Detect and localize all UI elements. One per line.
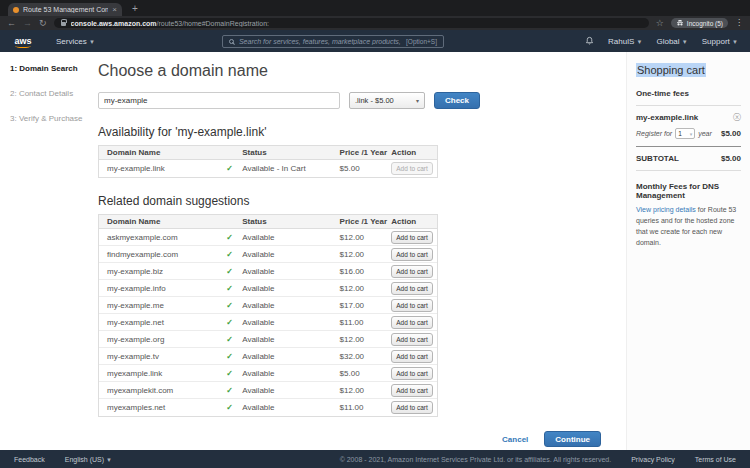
action-cell: Add to cart bbox=[391, 401, 437, 414]
language-selector[interactable]: English (US) ▼ bbox=[65, 456, 112, 463]
url-path: /route53/home#DomainRegistration: bbox=[157, 20, 269, 27]
status-cell: Available bbox=[242, 403, 339, 412]
page-body: 1: Domain Search 2: Contact Details 3: V… bbox=[0, 52, 750, 450]
suggestions-heading: Related domain suggestions bbox=[98, 194, 626, 208]
status-cell: Available bbox=[242, 352, 339, 361]
col-status: Status bbox=[242, 148, 339, 157]
col-status: Status bbox=[242, 217, 339, 226]
table-row: myexamplekit.com ✓ Available $12.00 Add … bbox=[99, 382, 437, 399]
domain-name-cell: my-example.net bbox=[99, 318, 226, 327]
view-pricing-details-link[interactable]: View pricing details bbox=[636, 206, 696, 213]
years-value: 1 bbox=[678, 130, 682, 137]
table-row: my-example.info ✓ Available $12.00 Add t… bbox=[99, 280, 437, 297]
console-footer: Feedback English (US) ▼ © 2008 - 2021, A… bbox=[0, 450, 750, 468]
incognito-label: Incognito (5) bbox=[687, 20, 723, 27]
cancel-button[interactable]: Cancel bbox=[502, 435, 528, 444]
remove-item-icon[interactable]: ⓧ bbox=[733, 114, 741, 122]
available-check-icon: ✓ bbox=[226, 352, 242, 361]
check-button[interactable]: Check bbox=[434, 92, 480, 109]
url-domain: console.aws.amazon.com bbox=[71, 20, 157, 27]
years-select[interactable]: 1▾ bbox=[675, 128, 695, 139]
divider bbox=[636, 146, 741, 147]
add-to-cart-button[interactable]: Add to cart bbox=[391, 265, 432, 278]
privacy-policy-link[interactable]: Privacy Policy bbox=[631, 456, 675, 463]
address-bar[interactable]: console.aws.amazon.com/route53/home#Doma… bbox=[54, 18, 649, 28]
domain-name-cell: askmyexample.com bbox=[99, 233, 226, 242]
lock-icon bbox=[61, 22, 66, 26]
bookmark-star-icon[interactable]: ☆ bbox=[656, 19, 664, 28]
available-check-icon: ✓ bbox=[226, 164, 242, 173]
dns-pricing-note: View pricing details for Route 53 querie… bbox=[636, 205, 741, 248]
new-tab-button[interactable]: + bbox=[132, 4, 138, 14]
price-cell: $12.00 bbox=[340, 233, 392, 242]
add-to-cart-button[interactable]: Add to cart bbox=[391, 248, 432, 261]
account-menu[interactable]: RahulS ▼ bbox=[608, 37, 642, 46]
status-cell: Available bbox=[242, 335, 339, 344]
price-cell: $5.00 bbox=[340, 369, 392, 378]
add-to-cart-button[interactable]: Add to cart bbox=[391, 350, 432, 363]
domain-search-input[interactable] bbox=[98, 92, 340, 109]
browser-toolbar: ← → ↻ console.aws.amazon.com/route53/hom… bbox=[0, 16, 750, 30]
cart-item-domain: my-example.link bbox=[636, 113, 698, 122]
action-cell: Add to cart bbox=[391, 333, 437, 346]
add-to-cart-button[interactable]: Add to cart bbox=[391, 333, 432, 346]
price-cell: $32.00 bbox=[340, 352, 392, 361]
add-to-cart-button[interactable]: Add to cart bbox=[391, 316, 432, 329]
add-to-cart-button[interactable]: Add to cart bbox=[391, 401, 432, 414]
terms-of-use-link[interactable]: Terms of Use bbox=[695, 456, 736, 463]
status-cell: Available bbox=[242, 284, 339, 293]
page-title: Choose a domain name bbox=[98, 62, 626, 80]
status-cell: Available bbox=[242, 267, 339, 276]
step-domain-search: 1: Domain Search bbox=[10, 64, 88, 73]
continue-button[interactable]: Continue bbox=[544, 431, 601, 447]
register-duration-row: Register for 1▾ year $5.00 bbox=[636, 128, 741, 139]
incognito-icon bbox=[676, 19, 684, 27]
tld-selected-option: .link - $5.00 bbox=[355, 96, 394, 105]
col-action: Action bbox=[391, 148, 437, 157]
action-cell: Add to cart bbox=[391, 350, 437, 363]
tld-select[interactable]: .link - $5.00 ▾ bbox=[349, 92, 425, 109]
search-shortcut-hint: [Option+S] bbox=[406, 38, 437, 45]
refresh-icon[interactable]: ↻ bbox=[39, 19, 47, 28]
notifications-bell-icon[interactable] bbox=[585, 36, 594, 46]
monthly-fees-heading: Monthly Fees for DNS Management bbox=[636, 182, 741, 200]
browser-tab[interactable]: Route 53 Management Conso × bbox=[8, 3, 122, 16]
col-domain-name: Domain Name bbox=[99, 148, 242, 157]
feedback-link[interactable]: Feedback bbox=[14, 456, 45, 463]
col-price: Price /1 Year bbox=[340, 217, 392, 226]
region-menu[interactable]: Global ▼ bbox=[656, 37, 687, 46]
services-label: Services bbox=[56, 37, 87, 46]
add-to-cart-button[interactable]: Add to cart bbox=[391, 299, 432, 312]
console-search-placeholder: Search for services, features, marketpla… bbox=[239, 38, 401, 45]
console-search-input[interactable]: Search for services, features, marketpla… bbox=[222, 35, 444, 48]
services-menu[interactable]: Services ▼ bbox=[56, 37, 95, 46]
price-cell: $11.00 bbox=[340, 403, 392, 412]
chevron-down-icon: ▼ bbox=[106, 457, 112, 463]
browser-tab-strip: Route 53 Management Conso × + bbox=[0, 0, 750, 16]
add-to-cart-button[interactable]: Add to cart bbox=[391, 367, 432, 380]
action-cell: Add to cart bbox=[391, 162, 437, 175]
browser-menu-icon[interactable]: ⋮ bbox=[735, 19, 743, 27]
support-menu[interactable]: Support ▼ bbox=[702, 37, 738, 46]
url-text: console.aws.amazon.com/route53/home#Doma… bbox=[71, 20, 269, 27]
tab-close-icon[interactable]: × bbox=[112, 6, 117, 14]
table-row: myexamples.net ✓ Available $11.00 Add to… bbox=[99, 399, 437, 416]
region-label: Global bbox=[656, 37, 679, 46]
action-cell: Add to cart bbox=[391, 367, 437, 380]
add-to-cart-button[interactable]: Add to cart bbox=[391, 231, 432, 244]
wizard-actions: Cancel Continue bbox=[98, 431, 619, 447]
back-icon[interactable]: ← bbox=[7, 19, 16, 28]
price-cell: $12.00 bbox=[340, 250, 392, 259]
add-to-cart-button[interactable]: Add to cart bbox=[391, 384, 432, 397]
step-contact-details: 2: Contact Details bbox=[10, 89, 88, 98]
aws-logo[interactable]: aws bbox=[12, 36, 34, 46]
available-check-icon: ✓ bbox=[226, 284, 242, 293]
table-row: my-example.org ✓ Available $12.00 Add to… bbox=[99, 331, 437, 348]
action-cell: Add to cart bbox=[391, 231, 437, 244]
action-cell: Add to cart bbox=[391, 316, 437, 329]
domain-name-cell: findmyexample.com bbox=[99, 250, 226, 259]
add-to-cart-button[interactable]: Add to cart bbox=[391, 282, 432, 295]
add-to-cart-button[interactable]: Add to cart bbox=[391, 162, 432, 175]
suggestions-table-header: Domain Name Status Price /1 Year Action bbox=[99, 215, 437, 229]
forward-icon[interactable]: → bbox=[23, 19, 32, 28]
